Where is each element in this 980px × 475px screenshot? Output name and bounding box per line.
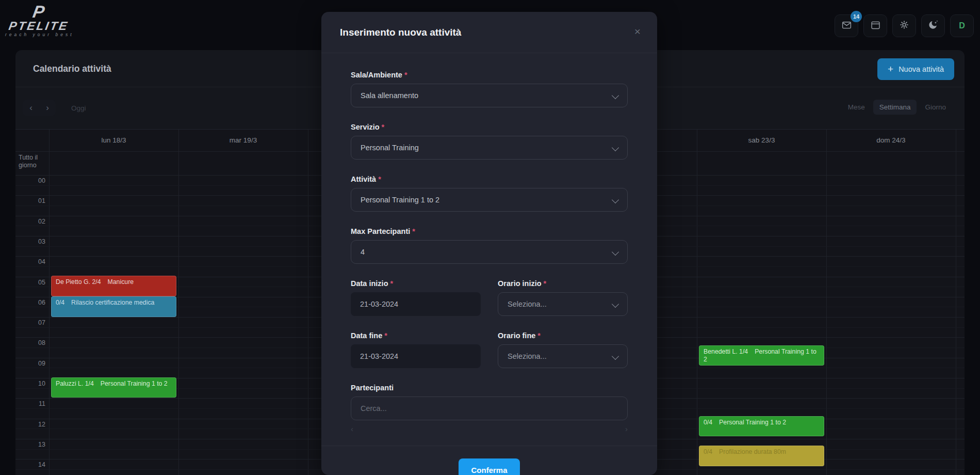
orario-inizio-select[interactable]: Seleziona... bbox=[498, 292, 628, 316]
max-partecipanti-label: Max Partecipanti* bbox=[351, 227, 628, 235]
settings-button[interactable] bbox=[892, 14, 916, 37]
required-asterisk: * bbox=[412, 227, 415, 235]
servizio-select[interactable]: Personal Training bbox=[351, 136, 628, 160]
calendar-button[interactable] bbox=[863, 14, 887, 37]
calendar-event[interactable]: Benedetti L. 1/4Personal Training 1 to 2 bbox=[699, 345, 824, 366]
event-participant: 0/4 bbox=[56, 299, 64, 306]
today-button[interactable]: Oggi bbox=[68, 104, 89, 113]
participants-pager: ‹ › bbox=[321, 420, 657, 433]
attivita-label: Attività* bbox=[351, 175, 628, 183]
required-asterisk: * bbox=[384, 331, 387, 340]
topbar-actions: 14 D bbox=[835, 14, 974, 37]
field-label-text: Partecipanti bbox=[351, 384, 394, 392]
required-asterisk: * bbox=[537, 331, 541, 340]
hour-label: 05 bbox=[15, 279, 45, 286]
select-value: Personal Training 1 to 2 bbox=[361, 196, 439, 204]
chevron-down-icon bbox=[612, 248, 619, 256]
logo: P PTELITE reach your best bbox=[5, 4, 72, 37]
calendar-nav: ‹ › bbox=[23, 100, 56, 116]
calendar-event[interactable]: 0/4Profilazione durata 80m bbox=[699, 446, 824, 466]
logo-name: PTELITE bbox=[4, 20, 73, 32]
chevron-down-icon bbox=[612, 196, 619, 203]
select-value: Seleziona... bbox=[508, 300, 547, 308]
hour-label: 06 bbox=[15, 299, 45, 306]
event-title: Rilascio certificazione medica bbox=[71, 299, 154, 306]
view-mese[interactable]: Mese bbox=[842, 100, 871, 115]
field-label-text: Orario fine bbox=[498, 331, 535, 340]
required-asterisk: * bbox=[378, 175, 381, 183]
avatar: D bbox=[959, 21, 965, 30]
new-activity-button[interactable]: + Nuova attività bbox=[877, 58, 954, 80]
hour-label: 12 bbox=[15, 421, 45, 428]
grid-line bbox=[49, 130, 50, 475]
theme-toggle-button[interactable] bbox=[921, 14, 945, 37]
orario-fine-select[interactable]: Seleziona... bbox=[498, 344, 628, 368]
sala-ambiente-label: Sala/Ambiente* bbox=[351, 71, 628, 79]
select-value: Seleziona... bbox=[508, 352, 547, 360]
event-participant: 0/4 bbox=[704, 448, 712, 455]
confirm-button[interactable]: Conferma bbox=[459, 458, 519, 475]
calendar-event[interactable]: Paluzzi L. 1/4Personal Training 1 to 2 bbox=[51, 377, 176, 398]
hour-label: 11 bbox=[15, 400, 45, 407]
close-icon[interactable]: × bbox=[631, 25, 644, 37]
avatar-button[interactable]: D bbox=[950, 14, 974, 37]
new-activity-modal: Inserimento nuova attività × Sala/Ambien… bbox=[321, 12, 657, 475]
data-fine-field-group: Data fine* bbox=[351, 331, 481, 368]
servizio-label: Servizio* bbox=[351, 123, 628, 131]
select-value: 4 bbox=[361, 248, 365, 256]
required-asterisk: * bbox=[390, 279, 394, 288]
event-participant: Paluzzi L. 1/4 bbox=[56, 380, 94, 387]
select-value: Personal Training bbox=[361, 144, 419, 152]
grid-line bbox=[956, 130, 956, 475]
logo-tagline: reach your best bbox=[5, 32, 72, 37]
prev-button[interactable]: ‹ bbox=[23, 100, 39, 116]
data-fine-input[interactable] bbox=[351, 344, 481, 368]
orario-fine-field-group: Orario fine*Seleziona... bbox=[498, 331, 628, 368]
partecipanti-input[interactable] bbox=[351, 397, 628, 420]
hour-label: 00 bbox=[15, 177, 45, 184]
calendar-event[interactable]: De Pietto G. 2/4Manicure bbox=[51, 276, 176, 296]
sala-ambiente-select[interactable]: Sala allenamento bbox=[351, 84, 628, 107]
event-title: Profilazione durata 80m bbox=[719, 448, 786, 455]
sala-ambiente-field-group: Sala/Ambiente*Sala allenamento bbox=[351, 71, 628, 107]
data-inizio-label: Data inizio* bbox=[351, 279, 481, 288]
data-inizio-input[interactable] bbox=[351, 292, 481, 316]
day-header: mar 19/3 bbox=[178, 130, 308, 151]
hour-label: 04 bbox=[15, 258, 45, 265]
next-button[interactable]: › bbox=[39, 100, 56, 116]
field-label-text: Servizio bbox=[351, 123, 380, 131]
allday-label: Tutto il giorno bbox=[19, 154, 46, 169]
plus-icon: + bbox=[888, 64, 893, 75]
hour-label: 08 bbox=[15, 339, 45, 346]
modal-header: Inserimento nuova attività × bbox=[321, 12, 657, 53]
field-label-text: Max Partecipanti bbox=[351, 227, 410, 235]
required-asterisk: * bbox=[404, 71, 407, 79]
max-partecipanti-field-group: Max Partecipanti*4 bbox=[351, 227, 628, 264]
page-title: Calendario attività bbox=[33, 64, 111, 74]
view-giorno[interactable]: Giorno bbox=[919, 100, 952, 115]
event-title: Manicure bbox=[108, 278, 134, 286]
hour-label: 10 bbox=[15, 380, 45, 387]
event-title: Personal Training 1 to 2 bbox=[101, 380, 168, 387]
max-partecipanti-select[interactable]: 4 bbox=[351, 240, 628, 264]
hour-label: 13 bbox=[15, 441, 45, 448]
servizio-field-group: Servizio*Personal Training bbox=[351, 123, 628, 160]
attivita-select[interactable]: Personal Training 1 to 2 bbox=[351, 188, 628, 212]
view-settimana[interactable]: Settimana bbox=[873, 100, 917, 115]
grid-line bbox=[178, 130, 179, 475]
mail-button[interactable]: 14 bbox=[835, 14, 858, 37]
calendar-event[interactable]: 0/4Personal Training 1 to 2 bbox=[699, 416, 824, 436]
partecipanti-label: Partecipanti bbox=[351, 384, 628, 392]
modal-footer: Conferma bbox=[321, 446, 657, 475]
event-participant: 0/4 bbox=[704, 419, 712, 426]
grid-line bbox=[308, 130, 308, 475]
new-activity-label: Nuova attività bbox=[899, 65, 944, 73]
pager-next-icon[interactable]: › bbox=[625, 424, 628, 433]
app-root: P PTELITE reach your best 14 D bbox=[0, 0, 980, 475]
grid-line bbox=[697, 130, 697, 475]
field-label-text: Data inizio bbox=[351, 279, 388, 288]
hour-label: 03 bbox=[15, 238, 45, 245]
calendar-event[interactable]: 0/4Rilascio certificazione medica bbox=[51, 296, 176, 317]
pager-prev-icon[interactable]: ‹ bbox=[351, 424, 353, 433]
mail-badge: 14 bbox=[851, 11, 862, 22]
